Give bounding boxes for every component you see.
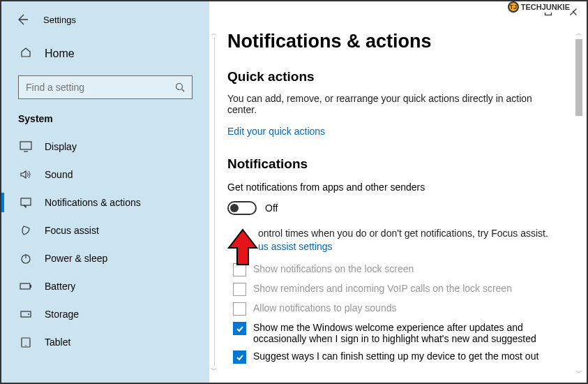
checkbox-icon [233,350,246,364]
watermark-icon: TJ [508,1,519,13]
sidebar: Settings Home System Display Sound Notif… [1,1,209,383]
checkbox-icon [233,283,246,296]
search-input[interactable] [26,82,175,93]
notifications-heading: Notifications [227,156,559,172]
sound-icon [20,169,32,180]
checkbox-label: Show me the Windows welcome experience a… [253,322,554,344]
nav-label: Power & sleep [45,253,107,264]
watermark-text: TECHJUNKIE [521,3,570,11]
svg-rect-11 [20,283,30,289]
settings-title: Settings [43,15,76,25]
scroll-down-icon[interactable]: ﹀ [575,369,583,377]
quick-actions-heading: Quick actions [227,69,559,84]
content-area: Notifications & actions Quick actions Yo… [209,1,587,383]
svg-point-14 [28,313,29,315]
home-icon [20,46,32,61]
tablet-icon [20,337,32,348]
checkbox-voip: Show reminders and incoming VoIP calls o… [233,283,554,296]
notifications-icon [20,197,32,208]
svg-rect-6 [20,142,31,149]
back-button[interactable] [15,13,29,27]
checkbox-welcome-experience[interactable]: Show me the Windows welcome experience a… [233,322,554,344]
checkbox-icon [233,263,246,276]
sidebar-item-battery[interactable]: Battery [1,272,209,300]
sidebar-home[interactable]: Home [1,39,209,68]
toggle-state-label: Off [265,202,278,214]
checkbox-suggest-setup[interactable]: Suggest ways I can finish setting up my … [233,350,554,364]
sidebar-item-focus-assist[interactable]: Focus assist [1,216,209,244]
checkbox-lock-screen: Show notifications on the lock screen [233,263,554,276]
nav-label: Storage [45,309,79,320]
nav-label: Focus assist [45,225,99,236]
svg-point-4 [176,84,183,90]
scroll-up-icon[interactable]: ︿ [575,29,583,38]
svg-rect-8 [21,198,31,205]
quick-actions-desc: You can add, remove, or rearrange your q… [227,93,534,115]
sidebar-item-tablet[interactable]: Tablet [1,328,209,356]
sidebar-item-display[interactable]: Display [1,133,209,161]
nav-label: Battery [45,281,75,292]
search-icon [175,82,185,92]
edit-quick-actions-link[interactable]: Edit your quick actions [227,126,325,137]
battery-icon [20,281,32,292]
nav-label: Sound [45,169,73,180]
checkbox-sounds: Allow notifications to play sounds [233,302,554,316]
checkbox-label: Suggest ways I can finish setting up my … [253,350,538,362]
storage-icon [20,309,32,320]
checkbox-label: Show reminders and incoming VoIP calls o… [253,283,512,294]
nav-label: Notifications & actions [45,197,141,208]
svg-line-5 [182,89,185,92]
search-box[interactable] [18,75,193,99]
checkbox-label: Show notifications on the lock screen [253,263,414,274]
system-heading: System [1,109,209,133]
watermark-badge: TJ TECHJUNKIE [505,1,573,13]
sidebar-item-notifications[interactable]: Notifications & actions [1,189,209,216]
notifications-desc: Get notifications from apps and other se… [227,182,559,193]
checkbox-icon [233,322,246,335]
sidebar-item-sound[interactable]: Sound [1,161,209,189]
content-scrollbar[interactable]: ︿ ﹀ [574,29,584,377]
focus-assist-icon [20,225,32,236]
power-icon [20,253,32,264]
sidebar-item-power-sleep[interactable]: Power & sleep [1,244,209,272]
nav-label: Display [45,141,77,152]
display-icon [20,141,32,152]
notifications-toggle[interactable] [227,201,257,215]
svg-rect-12 [30,285,31,288]
page-title: Notifications & actions [227,31,559,52]
focus-assist-link[interactable]: us assist settings [258,241,333,252]
svg-point-16 [25,345,27,346]
sidebar-item-storage[interactable]: Storage [1,300,209,328]
focus-assist-text: ontrol times when you do or don't get no… [258,228,559,239]
nav-label: Tablet [45,337,70,348]
home-label: Home [45,47,75,60]
checkbox-label: Allow notifications to play sounds [253,302,396,313]
checkbox-icon [233,302,246,316]
scrollbar-thumb[interactable] [575,39,582,116]
